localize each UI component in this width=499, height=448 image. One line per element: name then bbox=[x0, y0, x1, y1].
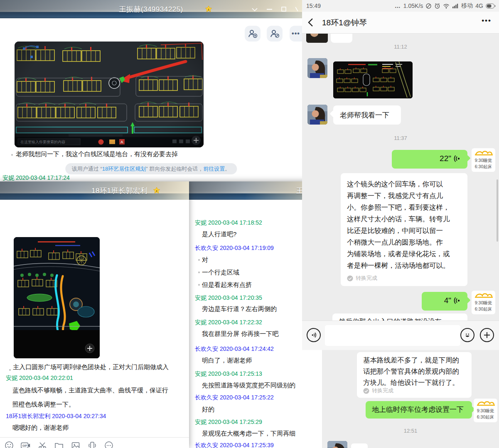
message-marker-dot bbox=[11, 154, 13, 156]
transcription-text: 这个镜头的这个回车场，你可以 再调整一下，我感觉尺寸有点儿 小。你参照一下吧，看… bbox=[347, 178, 463, 271]
sender-timestamp: 安妮 2020-03-04 17:25:29 bbox=[195, 419, 262, 426]
file-folder-button[interactable] bbox=[54, 441, 64, 448]
sender-avatar[interactable] bbox=[307, 105, 327, 125]
chat-message: 主入口圆形广场可调到绿色团块处，正对大门后期做成入 bbox=[13, 363, 169, 371]
close-button[interactable] bbox=[295, 7, 298, 12]
time-label: 11:12 bbox=[302, 44, 499, 50]
sender-timestamp: 安妮 2020-03-04 17:17:24 bbox=[2, 174, 70, 182]
wechat-phone-screenshot-bottom: 基本路线差不多了，就是下周的 话把那个警官具体的景观内部的 方块儿。给他设计一下… bbox=[322, 350, 499, 448]
site-plan-image-message[interactable] bbox=[14, 237, 100, 358]
network-speed: 1.05K/s bbox=[403, 2, 423, 9]
collapse-chevron-button[interactable] bbox=[252, 7, 258, 11]
plus-icon bbox=[484, 332, 490, 338]
notice-suffix: 。 bbox=[225, 166, 230, 172]
sleep-schedule-sticker[interactable]: 9:30睡觉 6:30起床 bbox=[474, 399, 497, 422]
bubble-partial bbox=[351, 443, 368, 448]
chat-message: 照橙色线条调整一下。 bbox=[12, 401, 75, 409]
cad-image-message[interactable] bbox=[333, 61, 413, 98]
voice-transcription-bubble[interactable]: 基本路线差不多了，就是下周的 话把那个警官具体的景观内部的 方块儿。给他设计一下… bbox=[357, 352, 472, 398]
chat-more-button[interactable]: ••• bbox=[482, 17, 492, 25]
person-add-icon bbox=[248, 29, 258, 39]
chat-title: 18环1@钟琴 bbox=[322, 17, 367, 28]
goto-settings-link[interactable]: 前往设置 bbox=[203, 166, 225, 172]
message-text: 老师帮我看一下 bbox=[340, 110, 389, 120]
sender-timestamp: 长欢久安 2020-03-04 17:19:09 bbox=[195, 245, 274, 252]
time-label: 11:37 bbox=[302, 135, 499, 141]
voice-input-button[interactable] bbox=[307, 328, 321, 342]
voice-mode-icon bbox=[310, 332, 317, 338]
wifi-icon bbox=[443, 3, 450, 9]
avatar-partial[interactable] bbox=[306, 34, 328, 43]
sender-avatar[interactable] bbox=[307, 58, 327, 78]
chat-message: 但是看起来有点挤 bbox=[202, 281, 252, 289]
add-member-button[interactable] bbox=[245, 26, 261, 42]
more-tools-button[interactable] bbox=[104, 441, 114, 448]
incoming-text-bubble[interactable]: 老师帮我看一下 bbox=[333, 105, 401, 125]
emoji-button[interactable] bbox=[4, 441, 14, 448]
attach-plus-button[interactable] bbox=[480, 328, 494, 342]
gif-hotimage-button[interactable]: GIF bbox=[21, 441, 31, 448]
voice-duration: 22" bbox=[440, 154, 451, 163]
outgoing-text-bubble[interactable]: 地上临时停车位考虑设置一下 bbox=[366, 401, 472, 419]
outgoing-voice-bubble[interactable]: 22" bbox=[392, 150, 467, 169]
notification-dots: … bbox=[395, 2, 401, 9]
chat-message: 景观现在大概考虑一下，下周再细 bbox=[202, 430, 295, 438]
more-actions-button[interactable]: ••• bbox=[290, 26, 302, 42]
emoji-picker-button[interactable] bbox=[460, 328, 474, 342]
qq-star-badge-icon: z bbox=[205, 5, 212, 13]
chat-content: 主入口圆形广场可调到绿色团块处，正对大门后期做成入 安妮 2020-03-04 … bbox=[0, 200, 189, 448]
crown-doodle-icon bbox=[474, 150, 493, 156]
phone-scrollbar[interactable] bbox=[497, 179, 498, 242]
sender-timestamp: 长欢久安 2020-03-04 17:24:42 bbox=[195, 345, 274, 353]
chat-content: ••• bbox=[0, 18, 302, 200]
qq-star-badge-icon: z bbox=[153, 187, 160, 194]
sticker-line-2: 6:30起床 bbox=[472, 164, 495, 170]
back-chevron-icon[interactable] bbox=[308, 18, 313, 27]
window-shake-button[interactable] bbox=[87, 441, 97, 448]
phone-status-bar: 15:49 … 1.05K/s 移动 4G bbox=[302, 0, 499, 12]
svg-text:z: z bbox=[156, 189, 157, 192]
maximize-button[interactable] bbox=[281, 7, 286, 12]
sticker-line-2: 6:30起床 bbox=[472, 306, 495, 312]
svg-text:z: z bbox=[208, 8, 209, 11]
bubble-partial bbox=[331, 34, 352, 43]
sender-timestamp: 长欢久安 2020-03-04 17:25:39 bbox=[195, 442, 274, 448]
signal-bars-icon bbox=[452, 3, 459, 8]
chat-message: 老师我想问一下，我这个白线区域是地台，有没有必要去掉 bbox=[16, 150, 178, 158]
svg-text:GIF: GIF bbox=[22, 444, 27, 447]
sleep-schedule-sticker[interactable]: 9:30睡觉 6:30起床 bbox=[472, 148, 495, 172]
status-time: 15:49 bbox=[302, 2, 321, 9]
avatar-partial[interactable] bbox=[327, 441, 347, 448]
check-circle-icon bbox=[363, 388, 369, 394]
chat-message: 先按照道路等级宽度把不同级别的 bbox=[202, 382, 295, 389]
screenshot-scissors-button[interactable] bbox=[37, 441, 47, 448]
chat-message: 对 bbox=[202, 256, 208, 264]
voice-transcription-bubble[interactable]: 这个镜头的这个回车场，你可以 再调整一下，我感觉尺寸有点儿 小。你参照一下吧，看… bbox=[341, 173, 467, 286]
wechat-input-bar bbox=[302, 321, 499, 350]
member-manage-button[interactable] bbox=[267, 26, 283, 42]
chat-message: 旁边是车行道？左右两侧的 bbox=[202, 305, 277, 313]
sender-timestamp: 安妮 2020-03-04 20:22:01 bbox=[6, 375, 73, 382]
outgoing-voice-bubble[interactable]: 4" bbox=[422, 292, 467, 311]
crown-doodle-icon bbox=[476, 400, 495, 406]
sleep-schedule-sticker[interactable]: 9:30睡觉 6:30起床 bbox=[472, 291, 495, 314]
transcription-text: 基本路线差不多了，就是下周的 话把那个警官具体的景观内部的 方块儿。给他设计一下… bbox=[363, 355, 459, 388]
voice-wave-icon bbox=[453, 155, 461, 162]
sticker-line-1: 9:30睡觉 bbox=[474, 408, 497, 414]
convert-done-label: 转换完成 bbox=[372, 387, 393, 394]
cad-site-plan-photo: 在这里输入你要搜索的内容 A bbox=[15, 42, 204, 147]
message-text-input[interactable] bbox=[325, 325, 460, 346]
send-image-button[interactable] bbox=[71, 441, 81, 448]
notice-prefix: 该用户通过 “ bbox=[72, 166, 102, 172]
crown-doodle-icon bbox=[474, 292, 493, 298]
qq-window-guohongli: 18环1班长郭宏利 z bbox=[0, 181, 189, 448]
chat-message: 明白了，谢谢老师 bbox=[202, 357, 252, 365]
cad-plan-photo-message[interactable]: 在这里输入你要搜索的内容 A bbox=[15, 42, 204, 147]
toolbar-divider bbox=[0, 437, 189, 438]
voice-duration: 4" bbox=[444, 296, 451, 305]
minimize-button[interactable] bbox=[267, 9, 272, 10]
alarm-clock-icon bbox=[434, 3, 440, 9]
group-name-link[interactable]: 18环艺居住区规划 bbox=[102, 166, 146, 172]
carrier-label: 移动 bbox=[461, 2, 473, 10]
chat-message: 我在群里分屏 你再接一下吧 bbox=[202, 330, 278, 338]
